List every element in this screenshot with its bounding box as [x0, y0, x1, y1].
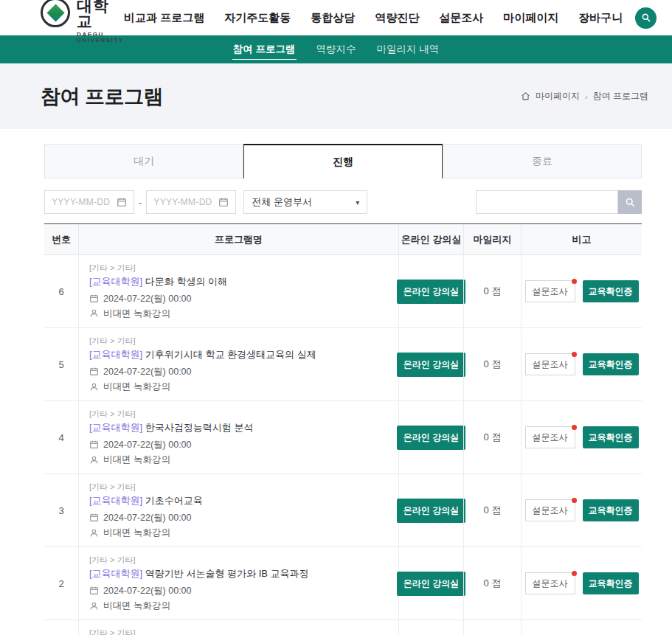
- calendar-icon: [89, 513, 99, 522]
- col-header-mileage: 마일리지: [463, 224, 521, 254]
- global-nav-item[interactable]: 장바구니: [578, 11, 623, 25]
- search-icon: [641, 13, 651, 23]
- col-header-program: 프로그램명: [78, 224, 398, 254]
- program-cell: [기타 > 기타] [교육대학원] 다문화 학생의 이해 2024-07-22(…: [78, 255, 398, 327]
- global-nav-item[interactable]: 통합상담: [311, 11, 355, 25]
- program-title-link[interactable]: [교육대학원] 한국사검정능력시험 분석: [89, 421, 253, 435]
- global-nav-item[interactable]: 자기주도활동: [224, 11, 291, 25]
- logo-korean-name: 대구대학교: [77, 0, 124, 29]
- program-cell: [기타 > 기타] [교육대학원] 한국사검정능력시험 분석 2024-07-2…: [78, 401, 398, 473]
- person-icon: [89, 528, 99, 538]
- table-row: 6 [기타 > 기타] [교육대학원] 다문화 학생의 이해 2024-07-2…: [44, 255, 642, 328]
- row-number: 2: [44, 547, 78, 620]
- table-row: 2 [기타 > 기타] [교육대학원] 역량기반 서논술형 평가와 IB 교육과…: [44, 547, 642, 620]
- department-select[interactable]: 전체 운영부서 ▾: [243, 190, 367, 214]
- status-tab[interactable]: 대기: [44, 144, 243, 178]
- certificate-button[interactable]: 교육확인증: [583, 572, 639, 594]
- mileage-value: 0 점: [463, 620, 521, 635]
- program-title-link[interactable]: [교육대학원] 기후위기시대 학교 환경생태교육의 실제: [89, 348, 316, 362]
- certificate-button[interactable]: 교육확인증: [583, 280, 639, 302]
- logo-english-name: DAEGU UNIVERSITY: [77, 32, 124, 44]
- sub-nav-item[interactable]: 참여 프로그램: [232, 40, 297, 60]
- program-date: 2024-07-22(월) 00:00: [103, 365, 192, 378]
- filter-bar: YYYY-MM-DD - YYYY-MM-DD 전체 운영부서 ▾: [44, 190, 642, 214]
- program-title-link[interactable]: [교육대학원] 기초수어교육: [89, 494, 203, 508]
- program-table: 번호 프로그램명 온라인 강의실 마일리지 비고 6 [기타 > 기타] [교육…: [44, 223, 642, 635]
- online-classroom-button[interactable]: 온라인 강의실: [397, 426, 465, 450]
- global-nav: 비교과 프로그램 자기주도활동 통합상담 역량진단 설문조사 마이페이지 장바구…: [124, 11, 623, 25]
- breadcrumb: 마이페이지 › 참여 프로그램: [521, 90, 648, 103]
- status-tab[interactable]: 종료: [443, 144, 642, 178]
- date-range-separator: -: [139, 197, 142, 208]
- global-nav-item[interactable]: 역량진단: [375, 11, 419, 25]
- survey-alert-dot: [572, 352, 577, 357]
- survey-alert-dot: [572, 571, 577, 576]
- program-method: 비대면 녹화강의: [103, 599, 170, 612]
- date-from-input[interactable]: YYYY-MM-DD: [44, 190, 134, 214]
- table-row: 1 [기타 > 기타] [교육대학원] AI DT(디지털교과서)의 개발 현황…: [44, 620, 642, 635]
- global-nav-item[interactable]: 비교과 프로그램: [124, 11, 204, 25]
- survey-button[interactable]: 설문조사: [525, 426, 575, 448]
- table-body: 6 [기타 > 기타] [교육대학원] 다문화 학생의 이해 2024-07-2…: [44, 255, 642, 635]
- online-classroom-button[interactable]: 온라인 강의실: [397, 353, 465, 377]
- keyword-search-input[interactable]: [476, 190, 618, 214]
- col-header-no: 번호: [44, 233, 78, 246]
- program-date: 2024-07-22(월) 00:00: [103, 511, 192, 524]
- certificate-button[interactable]: 교육확인증: [583, 353, 639, 375]
- row-number: 3: [44, 474, 78, 546]
- global-nav-item[interactable]: 설문조사: [439, 11, 483, 25]
- col-header-remarks: 비고: [521, 224, 642, 254]
- online-classroom-button[interactable]: 온라인 강의실: [397, 280, 465, 304]
- program-organization: [교육대학원]: [89, 568, 142, 579]
- program-title-link[interactable]: [교육대학원] 다문화 학생의 이해: [89, 275, 227, 289]
- survey-button[interactable]: 설문조사: [525, 353, 575, 375]
- survey-button[interactable]: 설문조사: [525, 280, 575, 302]
- program-method: 비대면 녹화강의: [103, 453, 170, 466]
- program-category: [기타 > 기타]: [89, 555, 136, 566]
- calendar-icon: [89, 367, 99, 376]
- program-organization: [교육대학원]: [89, 276, 142, 287]
- search-icon: [625, 197, 636, 208]
- program-date: 2024-07-22(월) 00:00: [103, 438, 192, 451]
- university-logo[interactable]: 대구대학교 DAEGU UNIVERSITY: [41, 0, 124, 44]
- top-header: 대구대학교 DAEGU UNIVERSITY 비교과 프로그램 자기주도활동 통…: [0, 0, 672, 35]
- breadcrumb-mypage[interactable]: 마이페이지: [536, 90, 580, 103]
- status-tabs: 대기 진행 종료: [44, 144, 642, 178]
- certificate-button[interactable]: 교육확인증: [583, 499, 639, 521]
- table-search-button[interactable]: [618, 190, 642, 214]
- person-icon: [89, 382, 99, 392]
- mileage-value: 0 점: [463, 255, 521, 327]
- calendar-icon: [218, 197, 229, 207]
- online-classroom-button[interactable]: 온라인 강의실: [397, 499, 465, 523]
- program-title: 한국사검정능력시험 분석: [145, 422, 254, 433]
- university-emblem-icon: [41, 0, 70, 27]
- table-row: 4 [기타 > 기타] [교육대학원] 한국사검정능력시험 분석 2024-07…: [44, 401, 642, 474]
- chevron-down-icon: ▾: [356, 198, 359, 207]
- program-title-link[interactable]: [교육대학원] 역량기반 서논술형 평가와 IB 교육과정: [89, 567, 309, 581]
- sub-nav-item[interactable]: 역량지수: [316, 40, 357, 59]
- row-number: 5: [44, 328, 78, 400]
- page-title-band: 참여 프로그램 마이페이지 › 참여 프로그램: [0, 63, 672, 129]
- program-cell: [기타 > 기타] [교육대학원] 역량기반 서논술형 평가와 IB 교육과정 …: [78, 547, 398, 620]
- sub-nav-item[interactable]: 마일리지 내역: [376, 40, 440, 59]
- mileage-value: 0 점: [463, 328, 521, 400]
- survey-button[interactable]: 설문조사: [525, 499, 575, 521]
- program-cell: [기타 > 기타] [교육대학원] 기초수어교육 2024-07-22(월) 0…: [78, 474, 398, 546]
- program-organization: [교육대학원]: [89, 349, 142, 360]
- person-icon: [89, 308, 99, 318]
- header-search-button[interactable]: [635, 7, 657, 29]
- global-nav-item[interactable]: 마이페이지: [503, 11, 558, 25]
- status-tab[interactable]: 진행: [243, 144, 443, 178]
- date-to-input[interactable]: YYYY-MM-DD: [146, 190, 236, 214]
- person-icon: [89, 455, 99, 465]
- program-date: 2024-07-22(월) 00:00: [103, 292, 192, 305]
- program-organization: [교육대학원]: [89, 495, 142, 506]
- calendar-icon: [89, 586, 99, 595]
- certificate-button[interactable]: 교육확인증: [583, 426, 639, 448]
- program-category: [기타 > 기타]: [89, 263, 136, 274]
- online-classroom-button[interactable]: 온라인 강의실: [397, 572, 465, 596]
- home-icon: [521, 91, 530, 101]
- survey-button[interactable]: 설문조사: [525, 572, 575, 594]
- breadcrumb-separator: ›: [585, 92, 588, 101]
- mileage-value: 0 점: [463, 401, 521, 473]
